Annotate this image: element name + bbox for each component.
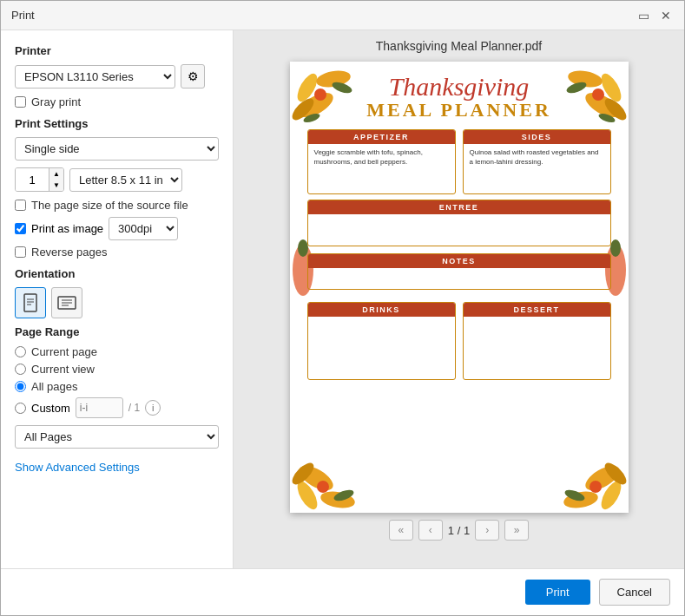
svg-point-29 — [597, 478, 625, 512]
preview-document: Thanksgiving MEAL PLANNER APPETIZER Vegg… — [290, 62, 629, 513]
current-view-radio[interactable] — [15, 364, 26, 375]
reverse-pages-label: Reverse pages — [31, 246, 107, 259]
title-script: Thanksgiving — [299, 74, 620, 100]
gray-print-row: Gray print — [15, 95, 219, 108]
notes-header: NOTES — [308, 254, 610, 268]
drinks-header: DRINKS — [308, 303, 455, 317]
svg-point-26 — [317, 481, 329, 493]
notes-body — [308, 268, 610, 289]
bottom-right-decoration — [533, 417, 629, 513]
page-size-select[interactable]: Letter 8.5 x 11 in (21… A4 Legal — [69, 168, 182, 192]
side-select[interactable]: Single side Both sides — [15, 137, 219, 161]
last-page-button[interactable]: » — [504, 520, 529, 541]
total-pages: 1 — [464, 524, 470, 537]
info-icon[interactable]: i — [145, 400, 161, 416]
sides-body: Quinoa salad with roasted vegetables and… — [464, 144, 610, 171]
landscape-icon — [57, 295, 76, 311]
source-file-size-checkbox[interactable] — [15, 200, 26, 211]
bottom-left-decoration — [290, 417, 385, 513]
page-indicator: 1 / 1 — [448, 524, 470, 537]
dialog-title: Print — [11, 9, 35, 22]
minimize-button[interactable]: ▭ — [636, 8, 651, 23]
subset-select[interactable]: All Pages Odd Pages Only Even Pages Only — [15, 425, 219, 449]
current-page: 1 — [448, 524, 454, 537]
drinks-section: DRINKS — [307, 302, 456, 380]
sides-section: SIDES Quinoa salad with roasted vegetabl… — [463, 129, 611, 194]
spin-down-button[interactable]: ▼ — [49, 180, 63, 191]
spin-up-button[interactable]: ▲ — [49, 168, 63, 180]
all-pages-label: All pages — [31, 380, 77, 393]
next-icon: › — [485, 524, 489, 536]
all-pages-row: All pages — [15, 380, 219, 393]
svg-point-22 — [294, 461, 336, 495]
current-page-radio[interactable] — [15, 346, 26, 357]
dessert-section: DESSERT — [463, 302, 611, 380]
svg-point-32 — [589, 481, 602, 493]
notes-section: NOTES — [307, 253, 611, 290]
preview-title: Thanksgiving Meal Planner.pdf — [376, 39, 542, 53]
orientation-buttons — [15, 287, 219, 318]
svg-point-33 — [563, 488, 586, 503]
reverse-pages-checkbox[interactable] — [15, 246, 26, 258]
current-page-row: Current page — [15, 345, 219, 358]
current-view-row: Current view — [15, 363, 219, 376]
title-block: MEAL PLANNER — [299, 100, 620, 121]
portrait-button[interactable] — [15, 287, 46, 318]
svg-rect-0 — [24, 294, 36, 311]
title-bar-controls: ▭ ✕ — [636, 8, 674, 23]
current-page-label: Current page — [31, 345, 97, 358]
next-page-button[interactable]: › — [475, 520, 499, 541]
source-file-size-row: The page size of the source file — [15, 199, 219, 212]
page-range-title: Page Range — [15, 325, 219, 338]
printer-select[interactable]: EPSON L3110 Series Microsoft Print to PD… — [15, 65, 175, 88]
all-pages-radio[interactable] — [15, 381, 26, 392]
svg-point-23 — [293, 478, 321, 512]
portrait-icon — [23, 293, 38, 312]
gear-icon: ⚙ — [188, 69, 199, 83]
meal-planner: Thanksgiving MEAL PLANNER APPETIZER Vegg… — [290, 62, 629, 513]
source-file-size-label: The page size of the source file — [31, 199, 188, 212]
dessert-body — [464, 317, 610, 325]
page-separator: / — [458, 524, 464, 537]
current-view-label: Current view — [31, 363, 95, 376]
close-button[interactable]: ✕ — [658, 8, 674, 23]
reverse-pages-row: Reverse pages — [15, 246, 219, 259]
prev-page-button[interactable]: ‹ — [418, 520, 443, 541]
custom-radio[interactable] — [15, 403, 26, 414]
appetizer-body: Veggie scramble with tofu, spinach, mush… — [308, 144, 455, 171]
svg-point-30 — [562, 489, 599, 511]
meal-planner-header: Thanksgiving MEAL PLANNER — [290, 62, 629, 124]
copies-spinbox: ▲ ▼ — [15, 167, 64, 192]
cancel-button[interactable]: Cancel — [599, 579, 670, 606]
page-navigation: « ‹ 1 / 1 › » — [242, 513, 675, 547]
printer-settings-button[interactable]: ⚙ — [181, 64, 205, 88]
advanced-settings-link[interactable]: Show Advanced Settings — [15, 461, 140, 474]
print-as-image-label: Print as image — [31, 222, 103, 235]
print-dialog: Print ▭ ✕ Printer EPSON L3110 Series Mic… — [0, 0, 685, 616]
custom-input[interactable] — [76, 397, 123, 418]
dpi-select[interactable]: 300dpi 150dpi 600dpi — [109, 217, 178, 240]
gray-print-label: Gray print — [31, 95, 81, 108]
print-settings-title: Print Settings — [15, 117, 219, 130]
svg-point-31 — [601, 460, 628, 488]
print-button[interactable]: Print — [525, 580, 590, 605]
first-page-button[interactable]: « — [389, 520, 413, 541]
orientation-title: Orientation — [15, 267, 219, 280]
custom-label: Custom — [31, 402, 70, 415]
bottom-sections-grid: DRINKS DESSERT — [290, 297, 629, 385]
orientation-section: Orientation — [15, 267, 219, 318]
spinbox-arrows: ▲ ▼ — [49, 168, 63, 191]
title-bar: Print ▭ ✕ — [1, 1, 684, 30]
landscape-button[interactable] — [51, 287, 82, 318]
appetizer-section: APPETIZER Veggie scramble with tofu, spi… — [307, 129, 456, 194]
printer-section-title: Printer — [15, 44, 219, 57]
svg-point-27 — [333, 488, 355, 503]
copies-input[interactable] — [16, 168, 49, 191]
first-icon: « — [398, 524, 404, 536]
gray-print-checkbox[interactable] — [15, 96, 26, 108]
appetizer-header: APPETIZER — [308, 130, 455, 144]
top-sections-grid: APPETIZER Veggie scramble with tofu, spi… — [290, 124, 629, 200]
entree-body — [308, 214, 610, 246]
left-panel: Printer EPSON L3110 Series Microsoft Pri… — [1, 30, 234, 568]
print-as-image-checkbox[interactable] — [15, 223, 26, 234]
